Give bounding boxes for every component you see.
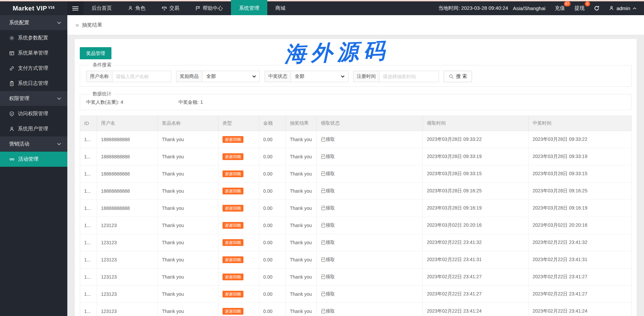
sidebar-item-system-params[interactable]: 系统参数配置 bbox=[0, 30, 67, 45]
cell-type: 谢谢回顾 bbox=[218, 131, 259, 148]
cell-claim-status: 已领取 bbox=[317, 200, 423, 217]
table-row: 1... 18888888888 Thank you 谢谢回顾 0.00 Tha… bbox=[80, 148, 632, 165]
sidebar-item-access-permissions[interactable]: 访问权限管理 bbox=[0, 106, 67, 121]
recharge-button[interactable]: 充值 87 bbox=[555, 5, 565, 11]
cell-prize-name: Thank you bbox=[158, 148, 218, 165]
amount-value: 1 bbox=[200, 99, 203, 105]
recharge-badge: 87 bbox=[564, 1, 571, 6]
cell-win-time: 2023年03月28日 09:33:22 bbox=[529, 131, 632, 148]
username-input[interactable] bbox=[112, 71, 171, 82]
sidebar-group-marketing[interactable]: 营销活动 bbox=[0, 136, 67, 152]
cell-amount: 0.00 bbox=[259, 148, 286, 165]
hamburger-menu-button[interactable] bbox=[67, 1, 83, 15]
cell-draw-result: Thank you bbox=[286, 303, 317, 316]
cell-id: 1... bbox=[80, 200, 97, 217]
brand-text: Market VIP bbox=[13, 5, 47, 12]
sidebar-item-system-menu[interactable]: 系统菜单管理 bbox=[0, 45, 67, 61]
nav-item-trade[interactable]: 交易 bbox=[154, 1, 188, 15]
nav-item-roles[interactable]: 角色 bbox=[120, 1, 154, 15]
infinity-icon bbox=[9, 157, 15, 161]
cell-username: 18888888888 bbox=[97, 200, 158, 217]
cell-win-time: 2023年02月22日 23:41:27 bbox=[529, 286, 632, 303]
cell-id: 1... bbox=[80, 148, 97, 165]
cell-username: 18888888888 bbox=[97, 148, 158, 165]
cell-id: 1... bbox=[80, 303, 97, 316]
clipboard-icon bbox=[9, 81, 14, 86]
type-badge: 谢谢回顾 bbox=[223, 188, 243, 194]
cell-claim-status: 已领取 bbox=[317, 148, 423, 165]
user-menu[interactable]: admin bbox=[609, 5, 637, 11]
cell-win-time: 2023年02月22日 23:41:31 bbox=[529, 251, 632, 268]
cell-type: 谢谢回顾 bbox=[218, 148, 259, 165]
sidebar-group-permissions[interactable]: 权限管理 bbox=[0, 91, 67, 106]
sidebar-item-system-users[interactable]: 系统用户管理 bbox=[0, 121, 67, 136]
sidebar-item-system-logs[interactable]: 系统日志管理 bbox=[0, 76, 67, 91]
cell-prize-name: Thank you bbox=[158, 234, 218, 251]
cell-draw-result: Thank you bbox=[286, 148, 317, 165]
col-amount: 金额 bbox=[259, 116, 286, 131]
col-claim-status: 领取状态 bbox=[317, 116, 423, 131]
prize-product-select[interactable]: 全部 bbox=[202, 71, 260, 82]
type-badge: 谢谢回顾 bbox=[223, 222, 243, 229]
cell-type: 谢谢回顾 bbox=[218, 165, 259, 183]
cell-claim-time: 2023年02月22日 23:41:24 bbox=[423, 303, 529, 316]
chevron-down-icon bbox=[57, 143, 61, 146]
person-icon bbox=[128, 6, 133, 11]
cell-type: 谢谢回顾 bbox=[218, 303, 259, 316]
cell-draw-result: Thank you bbox=[286, 251, 317, 268]
win-status-select[interactable]: 全部 bbox=[291, 71, 348, 82]
cell-amount: 0.00 bbox=[259, 217, 286, 234]
withdraw-badge: 0 bbox=[585, 1, 590, 6]
nav-item-system-management[interactable]: 系统管理 bbox=[231, 0, 267, 15]
cell-claim-status: 已领取 bbox=[317, 268, 423, 286]
cell-username: 123123 bbox=[97, 251, 158, 268]
cell-id: 1... bbox=[80, 131, 97, 148]
type-badge: 谢谢回顾 bbox=[223, 170, 243, 177]
cell-draw-result: Thank you bbox=[286, 165, 317, 183]
chevron-up-icon bbox=[633, 7, 637, 10]
chevron-down-icon bbox=[57, 97, 61, 100]
cell-draw-result: Thank you bbox=[286, 217, 317, 234]
content-card: 奖品管理 条件搜索 用户名称 奖励商品 全部 bbox=[75, 39, 637, 316]
cell-amount: 0.00 bbox=[259, 286, 286, 303]
col-win-time: 中奖时间 bbox=[529, 116, 632, 131]
refresh-button[interactable] bbox=[594, 5, 600, 11]
nav-item-help-center[interactable]: 帮助中心 bbox=[188, 1, 231, 15]
search-button[interactable]: 搜 索 bbox=[444, 71, 472, 82]
sidebar-item-activity-management[interactable]: 活动管理 bbox=[0, 152, 67, 167]
hamburger-icon bbox=[72, 6, 78, 11]
cell-claim-time: 2023年03月28日 09:33:22 bbox=[423, 131, 529, 148]
cell-draw-result: Thank you bbox=[286, 183, 317, 200]
sidebar-item-payment-methods[interactable]: 支付方式管理 bbox=[0, 61, 67, 76]
cell-username: 123123 bbox=[97, 268, 158, 286]
col-type: 类型 bbox=[218, 116, 259, 131]
register-time-input[interactable] bbox=[379, 71, 439, 82]
type-badge: 谢谢回顾 bbox=[223, 256, 243, 263]
cell-type: 谢谢回顾 bbox=[218, 183, 259, 200]
cell-win-time: 2023年02月22日 23:41:32 bbox=[529, 234, 632, 251]
cell-id: 1... bbox=[80, 251, 97, 268]
nav-item-mall[interactable]: 商城 bbox=[267, 1, 294, 15]
win-status-label: 中奖状态 bbox=[265, 71, 291, 82]
cell-id: 1... bbox=[80, 165, 97, 183]
sidebar-group-system-config[interactable]: 系统配置 bbox=[0, 15, 67, 30]
col-claim-time: 领取时间 bbox=[423, 116, 529, 131]
cell-username: 123123 bbox=[97, 303, 158, 316]
prize-manage-button[interactable]: 奖品管理 bbox=[80, 47, 111, 59]
cell-prize-name: Thank you bbox=[158, 165, 218, 183]
cell-amount: 0.00 bbox=[259, 131, 286, 148]
cell-claim-status: 已领取 bbox=[317, 251, 423, 268]
nav-item-home[interactable]: 后台首页 bbox=[83, 1, 120, 15]
type-badge: 谢谢回顾 bbox=[223, 308, 243, 315]
cell-id: 1... bbox=[80, 234, 97, 251]
scales-icon bbox=[162, 6, 167, 11]
withdraw-button[interactable]: 提现 0 bbox=[574, 5, 584, 11]
cell-draw-result: Thank you bbox=[286, 234, 317, 251]
prize-product-label: 奖励商品 bbox=[176, 71, 202, 82]
winners-label: 中奖人数(去重): bbox=[86, 99, 119, 105]
cell-draw-result: Thank you bbox=[286, 131, 317, 148]
cell-amount: 0.00 bbox=[259, 200, 286, 217]
type-badge: 谢谢回顾 bbox=[223, 291, 243, 297]
cell-type: 谢谢回顾 bbox=[218, 217, 259, 234]
cell-claim-status: 已领取 bbox=[317, 131, 423, 148]
